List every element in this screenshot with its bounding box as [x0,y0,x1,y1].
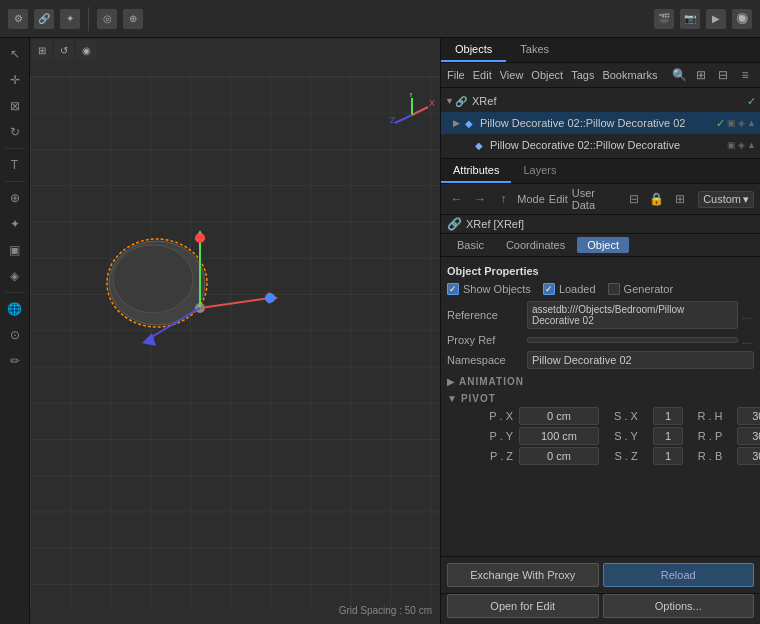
px-value[interactable]: 0 cm [519,407,599,425]
search-icon[interactable]: 🔍 [670,66,688,84]
tree-item-pillow02[interactable]: ▶ ◆ Pillow Decorative 02::Pillow Decorat… [441,112,760,134]
pz-label: P . Z [447,450,517,462]
sx-value[interactable]: 1 [653,407,683,425]
brush-icon[interactable]: ✏ [3,349,27,373]
tab-coordinates[interactable]: Coordinates [496,237,575,253]
obj-checkboxes: Show Objects Loaded Generator [447,283,754,295]
tab-object[interactable]: Object [577,237,629,253]
animation-label: ANIMATION [459,376,524,387]
py-value[interactable]: 100 cm [519,427,599,445]
proxy-ref-btn[interactable]: … [740,333,754,347]
settings-icon[interactable]: 🔘 [732,9,752,29]
tree-actions-pillow02: ✓ ▣ ◈ ▲ [716,117,756,130]
props-content: Object Properties Show Objects Loaded Ge… [441,257,760,556]
reference-btn[interactable]: … [740,308,754,322]
cursor-tool-icon[interactable]: ↖ [3,42,27,66]
tab-attributes[interactable]: Attributes [441,159,511,183]
render3-icon[interactable]: ▶ [706,9,726,29]
menu-view[interactable]: View [500,69,524,81]
options-btn[interactable]: Options... [603,594,755,618]
open-for-edit-btn[interactable]: Open for Edit [447,594,599,618]
tab-takes[interactable]: Takes [506,38,563,62]
tab-layers[interactable]: Layers [511,159,568,183]
rh-value[interactable]: 30 ° [737,407,760,425]
pivot-label: PIVOT [461,393,496,404]
edit-label[interactable]: Edit [549,193,568,205]
exchange-proxy-btn[interactable]: Exchange With Proxy [447,563,599,587]
show-objects-cb-item[interactable]: Show Objects [447,283,531,295]
transform-handles [130,218,280,360]
tab-objects[interactable]: Objects [441,38,506,62]
pivot-section-header[interactable]: ▼ PIVOT [447,390,754,407]
reference-value[interactable]: assetdb:///Objects/Bedroom/Pillow Decora… [527,301,738,329]
lock-icon[interactable]: 🔒 [647,189,666,209]
vp-btn-3[interactable]: ◉ [76,40,96,60]
pz-value[interactable]: 0 cm [519,447,599,465]
menu-tags[interactable]: Tags [571,69,594,81]
generator-checkbox[interactable] [608,283,620,295]
viewport-3d[interactable]: ⊞ ↺ ◉ X Y Z [30,38,440,624]
render-icon[interactable]: 🎬 [654,9,674,29]
toolbar-icon-3[interactable]: ✦ [60,9,80,29]
forward-icon[interactable]: → [470,189,489,209]
show-objects-checkbox[interactable] [447,283,459,295]
mode-label[interactable]: Mode [517,193,545,205]
menu-edit[interactable]: Edit [473,69,492,81]
pillow02-extra-icon: ▲ [747,118,756,128]
move-tool-icon[interactable]: ✛ [3,68,27,92]
sort-icon[interactable]: ≡ [736,66,754,84]
child-icon2: ◈ [738,140,745,150]
userdata-label[interactable]: User Data [572,187,620,211]
svg-line-12 [200,298,270,308]
loaded-cb-item[interactable]: Loaded [543,283,596,295]
grid-spacing-label: Grid Spacing : 50 cm [339,605,432,616]
tree-item-pillow-child[interactable]: ◆ Pillow Decorative 02::Pillow Decorativ… [441,134,760,156]
rp-value[interactable]: 30 ° [737,427,760,445]
sy-value[interactable]: 1 [653,427,683,445]
px-label: P . X [447,410,517,422]
tree-label-pillow02: Pillow Decorative 02::Pillow Decorative … [480,117,716,129]
attributes-panel: Attributes Layers ← → ↑ Mode Edit User D… [441,159,760,624]
vp-btn-1[interactable]: ⊞ [32,40,52,60]
vp-btn-2[interactable]: ↺ [54,40,74,60]
filter-icon[interactable]: ⊞ [692,66,710,84]
settings2-icon[interactable]: ⊟ [714,66,732,84]
expand-icon[interactable]: ⊞ [671,189,690,209]
tree-item-xref[interactable]: ▼ 🔗 XRef ✓ [441,90,760,112]
menu-file[interactable]: File [447,69,465,81]
loaded-checkbox[interactable] [543,283,555,295]
axis-indicator: X Y Z [390,93,435,140]
target-icon[interactable]: ⊙ [3,323,27,347]
toolbar-icon-4[interactable]: ◎ [97,9,117,29]
globe-icon[interactable]: 🌐 [3,297,27,321]
generator-cb-item[interactable]: Generator [608,283,674,295]
menu-object[interactable]: Object [531,69,563,81]
group-icon[interactable]: ⊕ [3,186,27,210]
pillow02-check-icon: ✓ [716,117,725,130]
animation-section-header[interactable]: ▶ ANIMATION [447,373,754,390]
py-label: P . Y [447,430,517,442]
proxy-ref-label: Proxy Ref [447,334,527,346]
toolbar-icon-2[interactable]: 🔗 [34,9,54,29]
toolbar-icon-5[interactable]: ⊕ [123,9,143,29]
toolbar-icon-1[interactable]: ⚙ [8,9,28,29]
sz-value[interactable]: 1 [653,447,683,465]
svg-point-16 [265,293,275,303]
deform-icon[interactable]: ◈ [3,264,27,288]
menu-bookmarks[interactable]: Bookmarks [602,69,657,81]
custom-dropdown[interactable]: Custom ▾ [698,191,754,208]
filter2-icon[interactable]: ⊟ [624,189,643,209]
light-icon[interactable]: ✦ [3,212,27,236]
back-icon[interactable]: ← [447,189,466,209]
camera-icon[interactable]: ▣ [3,238,27,262]
namespace-value[interactable]: Pillow Decorative 02 [527,351,754,369]
render2-icon[interactable]: 📷 [680,9,700,29]
text-tool-icon[interactable]: T [3,153,27,177]
reload-btn[interactable]: Reload [603,563,755,587]
rb-value[interactable]: 30 ° [737,447,760,465]
rotate-tool-icon[interactable]: ↻ [3,120,27,144]
proxy-ref-value[interactable] [527,337,738,343]
up-icon[interactable]: ↑ [494,189,513,209]
scale-tool-icon[interactable]: ⊠ [3,94,27,118]
tab-basic[interactable]: Basic [447,237,494,253]
